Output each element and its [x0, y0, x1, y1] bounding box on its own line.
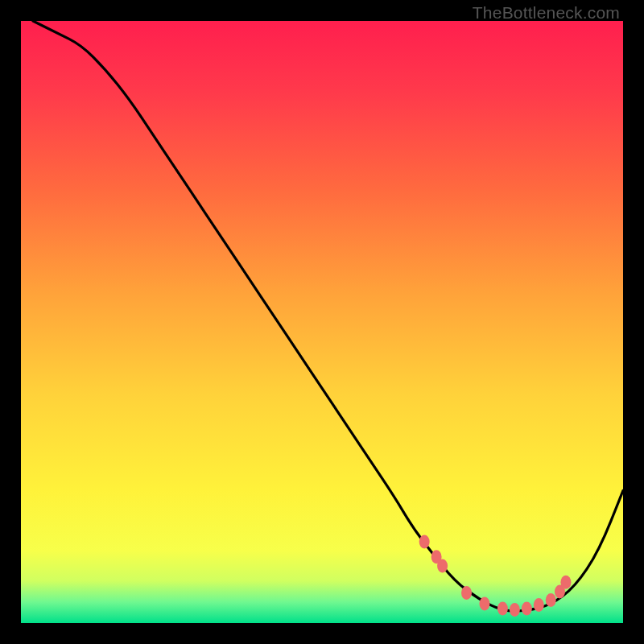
marker-dot [546, 593, 556, 607]
marker-dot [522, 602, 532, 616]
marker-dot [497, 602, 508, 616]
chart-frame [21, 21, 623, 623]
marker-dot [510, 603, 520, 617]
highlight-markers [419, 535, 572, 617]
chart-svg [21, 21, 623, 623]
bottleneck-curve [33, 21, 623, 611]
marker-dot [479, 597, 489, 611]
marker-dot [461, 586, 472, 600]
marker-dot [534, 598, 544, 612]
marker-dot [419, 535, 430, 549]
marker-dot [437, 559, 448, 572]
marker-dot [560, 576, 571, 589]
watermark-text: TheBottleneck.com [473, 3, 620, 23]
